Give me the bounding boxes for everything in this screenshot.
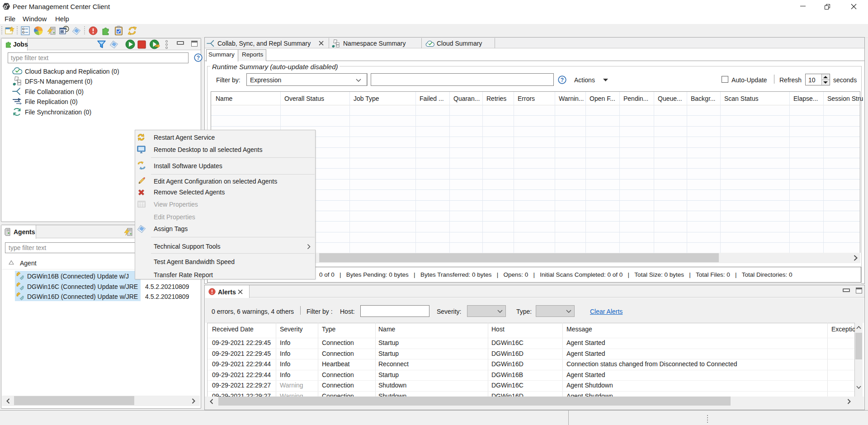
- svg-text:?: ?: [197, 55, 200, 61]
- svg-text:?: ?: [561, 77, 564, 83]
- svg-text:12: 12: [61, 30, 63, 33]
